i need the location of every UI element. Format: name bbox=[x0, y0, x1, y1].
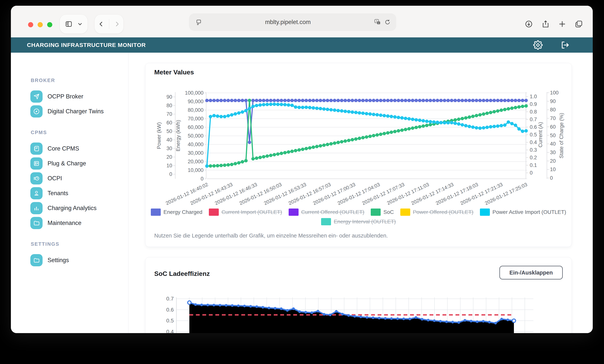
data-point bbox=[470, 320, 472, 322]
data-point bbox=[443, 99, 446, 102]
legend-item-power-active-import-outlet-[interactable]: Power Active Import (OUTLET) bbox=[480, 208, 566, 216]
data-point bbox=[379, 113, 382, 117]
downloads-icon[interactable] bbox=[525, 20, 533, 28]
data-point bbox=[287, 99, 290, 102]
data-point bbox=[510, 122, 514, 125]
badge-icon bbox=[30, 158, 43, 170]
sidebar-item-label: Digital Charger Twins bbox=[48, 108, 104, 115]
data-point bbox=[510, 99, 514, 102]
gear-icon[interactable] bbox=[533, 40, 543, 50]
forward-icon[interactable] bbox=[114, 21, 120, 27]
y-tick-label: 10 bbox=[550, 167, 556, 172]
legend-item-energy-charged[interactable]: Energy Charged bbox=[151, 208, 202, 216]
data-point bbox=[188, 301, 191, 304]
data-point bbox=[209, 115, 212, 118]
sidebar-item-charging-analytics[interactable]: Charging Analytics bbox=[11, 201, 128, 216]
sidebar-item-maintenance[interactable]: Maintenance bbox=[11, 216, 128, 231]
logout-icon[interactable] bbox=[560, 40, 570, 50]
data-point bbox=[507, 120, 510, 124]
y-tick-label: 90,000 bbox=[188, 99, 203, 104]
data-point bbox=[226, 163, 230, 167]
data-point bbox=[383, 114, 386, 117]
legend-item-power-offered-outlet-[interactable]: Power Offered (OUTLET) bbox=[400, 208, 473, 216]
reload-icon[interactable] bbox=[384, 19, 390, 25]
data-point bbox=[234, 99, 237, 102]
data-point bbox=[213, 304, 215, 306]
share-icon[interactable] bbox=[541, 20, 550, 28]
data-point bbox=[512, 319, 516, 322]
legend-label: Energy Interval (OUTLET) bbox=[334, 219, 396, 225]
data-point bbox=[209, 99, 212, 102]
translate-icon[interactable]: Ax bbox=[374, 19, 381, 26]
data-point bbox=[322, 144, 326, 147]
meter-values-chart[interactable]: 0102030405060708090Power (kW)010,00020,0… bbox=[145, 84, 572, 208]
data-point bbox=[287, 103, 290, 107]
data-point bbox=[361, 136, 365, 139]
x-tick-label: 2026-01-12 16:50:03 bbox=[239, 182, 283, 206]
sidebar-item-plug-charge[interactable]: Plug & Charge bbox=[11, 156, 128, 171]
legend-swatch bbox=[321, 218, 331, 225]
sidebar-item-ocpp-broker[interactable]: OCPP Broker bbox=[11, 89, 128, 104]
y-tick-label: 80 bbox=[550, 107, 556, 113]
minimize-window-button[interactable] bbox=[38, 22, 43, 27]
data-point bbox=[243, 305, 246, 307]
data-point bbox=[478, 126, 482, 130]
legend-item-current-import-outlet-[interactable]: Current Import (OUTLET) bbox=[209, 208, 282, 216]
data-point bbox=[514, 99, 517, 102]
new-tab-icon[interactable] bbox=[558, 20, 566, 28]
data-point bbox=[475, 99, 478, 102]
data-point bbox=[280, 152, 283, 155]
sidebar-item-label: Charging Analytics bbox=[48, 205, 97, 212]
legend-hint-text: Nutzen Sie die Legende unterhalb der Gra… bbox=[154, 232, 388, 239]
y-tick-label: 40 bbox=[166, 137, 172, 143]
data-point bbox=[379, 99, 382, 102]
data-point bbox=[223, 99, 226, 102]
back-icon[interactable] bbox=[98, 21, 104, 27]
sidebar-item-digital-charger-twins[interactable]: Digital Charger Twins bbox=[11, 104, 128, 119]
reader-view-icon[interactable] bbox=[195, 19, 202, 25]
data-point bbox=[304, 147, 308, 150]
y-tick-label: 90 bbox=[550, 98, 556, 104]
data-point bbox=[492, 125, 496, 128]
data-point bbox=[237, 161, 240, 164]
y-tick-label: 70 bbox=[166, 111, 172, 117]
sidebar-item-ocpi[interactable]: OCPI bbox=[11, 171, 128, 186]
data-point bbox=[354, 137, 358, 141]
sidebar-item-core-cpms[interactable]: Core CPMS bbox=[11, 141, 128, 156]
data-point bbox=[368, 112, 372, 116]
url-text[interactable]: mblty.pipelet.com bbox=[202, 19, 374, 25]
y-tick-label: 0.6 bbox=[166, 307, 174, 313]
sidebar-item-settings[interactable]: Settings bbox=[11, 253, 128, 268]
data-point bbox=[524, 129, 528, 133]
legend-item-soc[interactable]: SoC bbox=[371, 208, 394, 216]
tabs-overview-icon[interactable] bbox=[575, 20, 583, 28]
collapse-toggle-button[interactable]: Ein-/Ausklappen bbox=[499, 266, 563, 279]
data-point bbox=[386, 99, 390, 102]
address-bar[interactable]: mblty.pipelet.com Ax bbox=[189, 13, 396, 31]
legend-row: Energy Interval (OUTLET) bbox=[321, 218, 396, 225]
data-point bbox=[216, 164, 219, 168]
y-tick-label: 40,000 bbox=[188, 142, 203, 147]
close-window-button[interactable] bbox=[28, 22, 33, 27]
sidebar-item-tenants[interactable]: Tenants bbox=[11, 186, 128, 201]
data-point bbox=[351, 138, 354, 141]
zoom-window-button[interactable] bbox=[47, 22, 52, 27]
soc-efficiency-card: SoC Ladeeffizienz Ein-/Ausklappen 0.70.6… bbox=[145, 257, 572, 333]
data-point bbox=[446, 99, 450, 102]
sidebar-toggle-button[interactable] bbox=[60, 14, 88, 34]
data-point bbox=[404, 128, 407, 131]
data-point bbox=[319, 107, 322, 110]
data-point bbox=[326, 108, 329, 111]
data-point bbox=[514, 106, 517, 109]
soc-efficiency-chart[interactable]: 0.70.60.50.40.3pro 1% SoC bbox=[145, 292, 572, 333]
legend-item-current-offered-outlet-[interactable]: Current Offered (OUTLET) bbox=[289, 208, 365, 216]
data-point bbox=[351, 99, 354, 102]
data-point bbox=[461, 123, 464, 126]
y-tick-label: 30 bbox=[166, 146, 172, 151]
data-point bbox=[297, 99, 301, 102]
legend-item-energy-interval-outlet-[interactable]: Energy Interval (OUTLET) bbox=[321, 218, 396, 225]
data-point bbox=[273, 99, 276, 102]
data-point bbox=[237, 304, 240, 307]
y-tick-label: 30 bbox=[550, 150, 556, 155]
data-point bbox=[347, 99, 351, 102]
